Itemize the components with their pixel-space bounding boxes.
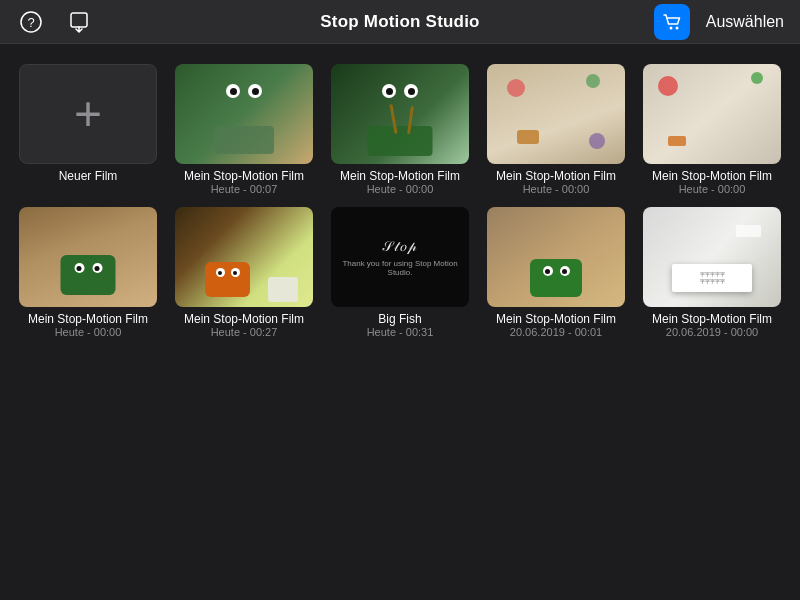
- svg-text:?: ?: [27, 15, 34, 30]
- film-title-3: Mein Stop-Motion Film: [496, 169, 616, 183]
- film-title-6: Mein Stop-Motion Film: [184, 312, 304, 326]
- plus-icon: +: [74, 90, 102, 138]
- film-thumb-7: 𝒮𝓉𝑜𝓅 Thank you for using Stop Motion Stu…: [331, 207, 469, 307]
- film-item-3[interactable]: Mein Stop-Motion Film Heute - 00:00: [484, 64, 628, 195]
- film-thumb-3: [487, 64, 625, 164]
- film-item-5[interactable]: Mein Stop-Motion Film Heute - 00:00: [16, 207, 160, 338]
- film-title-4: Mein Stop-Motion Film: [652, 169, 772, 183]
- film-grid: + Neuer Film Mein Stop-Motion Film Heute…: [16, 64, 784, 338]
- header-left: ?: [16, 7, 94, 37]
- svg-point-4: [675, 26, 678, 29]
- film-subtitle-3: Heute - 00:00: [523, 183, 590, 195]
- film-thumb-8: [487, 207, 625, 307]
- film-thumb-1: [175, 64, 313, 164]
- film-thumb-2: [331, 64, 469, 164]
- film-title-1: Mein Stop-Motion Film: [184, 169, 304, 183]
- film-title-8: Mein Stop-Motion Film: [496, 312, 616, 326]
- film-subtitle-6: Heute - 00:27: [211, 326, 278, 338]
- new-film-item[interactable]: + Neuer Film: [16, 64, 160, 195]
- film-subtitle-2: Heute - 00:00: [367, 183, 434, 195]
- film-title-7: Big Fish: [378, 312, 421, 326]
- film-subtitle-4: Heute - 00:00: [679, 183, 746, 195]
- import-button[interactable]: [64, 7, 94, 37]
- film-thumb-9: 字字字字字字字字字字: [643, 207, 781, 307]
- film-item-8[interactable]: Mein Stop-Motion Film 20.06.2019 - 00:01: [484, 207, 628, 338]
- film-subtitle-7: Heute - 00:31: [367, 326, 434, 338]
- film-title-2: Mein Stop-Motion Film: [340, 169, 460, 183]
- svg-rect-2: [71, 13, 87, 27]
- fish-text: 𝒮𝓉𝑜𝓅 Thank you for using Stop Motion Stu…: [331, 238, 469, 277]
- film-subtitle-5: Heute - 00:00: [55, 326, 122, 338]
- header: ? Stop Motion Studio Auswählen: [0, 0, 800, 44]
- new-film-title: Neuer Film: [59, 169, 118, 183]
- film-item-4[interactable]: Mein Stop-Motion Film Heute - 00:00: [640, 64, 784, 195]
- film-subtitle-9: 20.06.2019 - 00:00: [666, 326, 758, 338]
- film-item-9[interactable]: 字字字字字字字字字字 Mein Stop-Motion Film 20.06.2…: [640, 207, 784, 338]
- svg-point-3: [669, 26, 672, 29]
- help-button[interactable]: ?: [16, 7, 46, 37]
- film-item-7[interactable]: 𝒮𝓉𝑜𝓅 Thank you for using Stop Motion Stu…: [328, 207, 472, 338]
- header-right: Auswählen: [654, 4, 784, 40]
- film-title-5: Mein Stop-Motion Film: [28, 312, 148, 326]
- film-item-6[interactable]: Mein Stop-Motion Film Heute - 00:27: [172, 207, 316, 338]
- film-thumb-6: [175, 207, 313, 307]
- eyes-decoration: [226, 84, 262, 98]
- cart-button[interactable]: [654, 4, 690, 40]
- eyes-decoration-2: [382, 84, 418, 98]
- film-title-9: Mein Stop-Motion Film: [652, 312, 772, 326]
- select-button[interactable]: Auswählen: [706, 13, 784, 31]
- film-thumb-5: [19, 207, 157, 307]
- new-film-thumb: +: [19, 64, 157, 164]
- film-item-2[interactable]: Mein Stop-Motion Film Heute - 00:00: [328, 64, 472, 195]
- film-subtitle-8: 20.06.2019 - 00:01: [510, 326, 602, 338]
- main-content: + Neuer Film Mein Stop-Motion Film Heute…: [0, 44, 800, 358]
- film-subtitle-1: Heute - 00:07: [211, 183, 278, 195]
- film-item-1[interactable]: Mein Stop-Motion Film Heute - 00:07: [172, 64, 316, 195]
- page-title: Stop Motion Studio: [320, 12, 479, 32]
- film-thumb-4: [643, 64, 781, 164]
